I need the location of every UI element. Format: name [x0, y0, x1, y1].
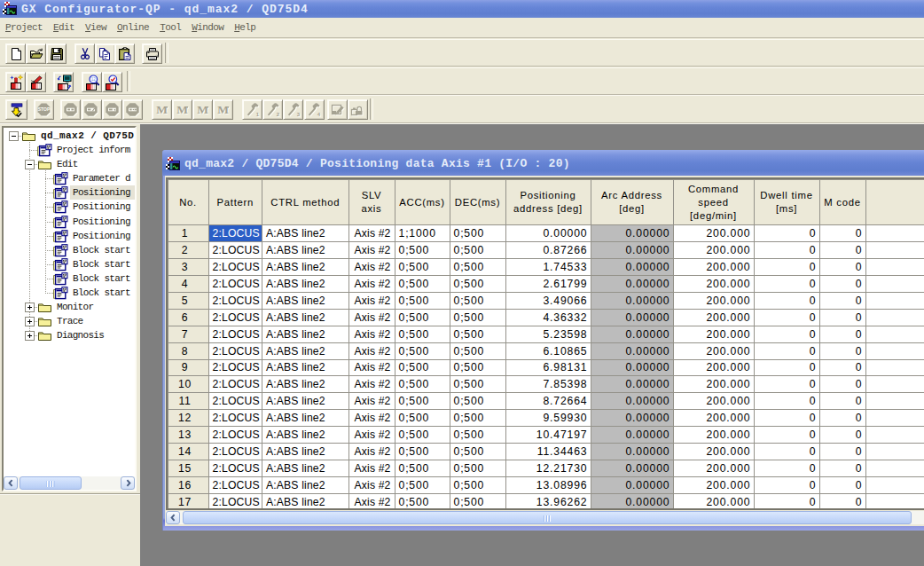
cell-r6-c8[interactable]: 200.000 — [673, 309, 754, 326]
cell-r9-c11[interactable] — [865, 359, 924, 376]
cell-r4-c7[interactable]: 0.00000 — [591, 275, 673, 292]
cell-r17-c1[interactable]: 2:LOCUS — [208, 494, 262, 511]
cell-r7-c0[interactable]: 7 — [168, 326, 208, 342]
cell-r16-c5[interactable]: 0;500 — [450, 477, 505, 494]
cell-r11-c5[interactable]: 0;500 — [450, 393, 505, 410]
cell-r16-c4[interactable]: 0;500 — [395, 477, 450, 494]
cell-r17-c0[interactable]: 17 — [168, 494, 208, 511]
cell-r14-c1[interactable]: 2:LOCUS — [208, 444, 262, 460]
cell-r12-c6[interactable]: 9.59930 — [505, 410, 591, 427]
cell-r17-c7[interactable]: 0.00000 — [591, 494, 673, 511]
cell-r15-c1[interactable]: 2:LOCUS — [208, 460, 262, 477]
module-edit-button[interactable] — [26, 72, 46, 92]
cell-r12-c2[interactable]: A:ABS line2 — [262, 410, 349, 427]
cell-r11-c10[interactable]: 0 — [819, 393, 865, 410]
cell-r14-c8[interactable]: 200.000 — [673, 444, 754, 460]
menu-view[interactable]: View — [85, 22, 106, 33]
cell-r4-c9[interactable]: 0 — [754, 275, 819, 292]
cell-r12-c0[interactable]: 12 — [168, 410, 208, 427]
cell-r7-c10[interactable]: 0 — [819, 326, 865, 342]
cell-r13-c6[interactable]: 10.47197 — [505, 427, 591, 444]
cell-r13-c4[interactable]: 0;500 — [395, 427, 450, 444]
cell-r2-c5[interactable]: 0;500 — [450, 241, 505, 258]
cell-r4-c5[interactable]: 0;500 — [450, 275, 505, 292]
cell-r13-c0[interactable]: 13 — [168, 427, 208, 444]
cell-r10-c2[interactable]: A:ABS line2 — [262, 376, 349, 393]
cell-r2-c2[interactable]: A:ABS line2 — [262, 241, 349, 258]
cell-r3-c6[interactable]: 1.74533 — [505, 258, 591, 275]
module-transfer-button[interactable] — [53, 72, 74, 92]
test-tool-2-button[interactable]: 22 — [262, 99, 283, 120]
cell-r5-c9[interactable]: 0 — [754, 292, 819, 309]
cell-r16-c8[interactable]: 200.000 — [673, 477, 754, 494]
cell-r15-c11[interactable] — [865, 460, 924, 477]
cell-r1-c10[interactable]: 0 — [819, 225, 865, 242]
cell-r14-c7[interactable]: 0.00000 — [591, 444, 673, 460]
test-tool-4-button[interactable]: 44 — [304, 99, 325, 120]
cell-r9-c1[interactable]: 2:LOCUS — [208, 359, 262, 376]
cell-r15-c6[interactable]: 12.21730 — [505, 460, 591, 477]
cell-r8-c9[interactable]: 0 — [754, 342, 819, 359]
cell-r5-c0[interactable]: 5 — [168, 292, 208, 309]
column-header-arc-address[interactable]: Arc Address [deg] — [591, 180, 673, 225]
cell-r13-c5[interactable]: 0;500 — [450, 427, 505, 444]
cell-r9-c7[interactable]: 0.00000 — [591, 359, 673, 376]
cell-r5-c7[interactable]: 0.00000 — [591, 292, 673, 309]
axis-stop-2-button[interactable] — [82, 99, 102, 120]
new-document-button[interactable] — [5, 43, 26, 64]
module-new-button[interactable] — [5, 72, 26, 92]
cell-r8-c4[interactable]: 0;500 — [395, 342, 450, 359]
cell-r1-c3[interactable]: Axis #2 — [348, 225, 395, 242]
cell-r7-c8[interactable]: 200.000 — [673, 326, 754, 342]
cell-r3-c11[interactable] — [865, 258, 924, 275]
expand-icon[interactable] — [25, 317, 35, 326]
column-header-blank[interactable] — [865, 180, 924, 225]
tree-item-trace-13[interactable]: Trace — [4, 314, 135, 328]
paste-clipboard-button[interactable] — [114, 43, 135, 64]
tree-item-diagnosis-14[interactable]: Diagnosis — [4, 328, 135, 342]
column-header-slv[interactable]: SLV axis — [348, 180, 395, 225]
dock-splitter[interactable] — [0, 493, 140, 495]
cell-r6-c9[interactable]: 0 — [754, 309, 819, 326]
cell-r6-c4[interactable]: 0;500 — [395, 309, 450, 326]
cell-r5-c3[interactable]: Axis #2 — [348, 292, 395, 309]
cell-r11-c11[interactable] — [865, 393, 924, 410]
cell-r2-c7[interactable]: 0.00000 — [591, 241, 673, 258]
cell-r2-c10[interactable]: 0 — [819, 241, 865, 258]
cell-r16-c9[interactable]: 0 — [754, 477, 819, 494]
cell-r5-c2[interactable]: A:ABS line2 — [262, 292, 349, 309]
cell-r15-c10[interactable]: 0 — [819, 460, 865, 477]
tree-item-monitor-12[interactable]: Monitor — [4, 300, 135, 314]
tree-item-block-start-9[interactable]: Block start — [4, 257, 135, 271]
cell-r12-c10[interactable]: 0 — [819, 410, 865, 427]
column-header-dwell-time[interactable]: Dwell time [ms] — [754, 180, 819, 225]
cell-r17-c8[interactable]: 200.000 — [673, 494, 754, 511]
cell-r10-c9[interactable]: 0 — [754, 376, 819, 393]
cell-r6-c6[interactable]: 4.36332 — [505, 309, 591, 326]
cell-r11-c1[interactable]: 2:LOCUS — [208, 393, 262, 410]
child-titlebar[interactable]: qd_max2 / QD75D4 / Positioning data Axis… — [162, 150, 924, 176]
cell-r6-c1[interactable]: 2:LOCUS — [208, 309, 262, 326]
cell-r17-c5[interactable]: 0;500 — [450, 494, 505, 511]
collapse-icon[interactable] — [9, 131, 19, 141]
cell-r1-c6[interactable]: 0.00000 — [505, 225, 591, 242]
scroll-track[interactable] — [82, 476, 121, 490]
cell-r10-c1[interactable]: 2:LOCUS — [208, 376, 262, 393]
cell-r2-c9[interactable]: 0 — [754, 241, 819, 258]
cell-r15-c7[interactable]: 0.00000 — [591, 460, 673, 477]
cell-r15-c4[interactable]: 0;500 — [395, 460, 450, 477]
cell-r8-c5[interactable]: 0;500 — [450, 342, 505, 359]
cell-r12-c1[interactable]: 2:LOCUS — [208, 410, 262, 427]
lock-box-button[interactable] — [348, 99, 368, 120]
cell-r9-c4[interactable]: 0;500 — [395, 359, 450, 376]
cell-r11-c9[interactable]: 0 — [754, 393, 819, 410]
cell-r13-c11[interactable] — [865, 427, 924, 444]
cell-r14-c4[interactable]: 0;500 — [395, 444, 450, 460]
cell-r5-c5[interactable]: 0;500 — [450, 292, 505, 309]
cell-r11-c8[interactable]: 200.000 — [673, 393, 754, 410]
cell-r6-c11[interactable] — [865, 309, 924, 326]
cell-r10-c10[interactable]: 0 — [819, 376, 865, 393]
cell-r7-c2[interactable]: A:ABS line2 — [262, 326, 349, 342]
scroll-thumb[interactable] — [183, 511, 912, 524]
cell-r12-c8[interactable]: 200.000 — [673, 410, 754, 427]
